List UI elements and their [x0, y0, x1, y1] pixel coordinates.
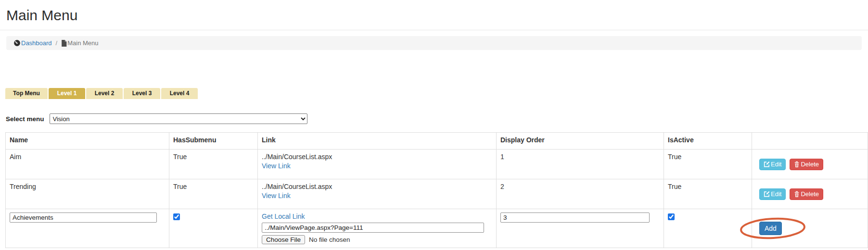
table-row: Trending True ../Main/CourseList.aspx Vi… [6, 179, 868, 209]
tab-level-4[interactable]: Level 4 [161, 88, 198, 99]
delete-button[interactable]: Delete [790, 188, 823, 200]
breadcrumb-dashboard-label: Dashboard [21, 39, 52, 47]
edit-icon [764, 191, 770, 197]
view-link[interactable]: View Link [262, 192, 492, 200]
col-header-display-order: Display Order [497, 133, 664, 150]
menu-select[interactable]: Vision [50, 113, 307, 124]
select-menu-label: Select menu [6, 115, 44, 123]
view-link[interactable]: View Link [262, 162, 492, 170]
trash-icon [794, 161, 800, 168]
get-local-link[interactable]: Get Local Link [262, 212, 305, 220]
tab-level-3[interactable]: Level 3 [124, 88, 160, 99]
cell-has-submenu: True [169, 150, 258, 179]
cell-add-has-submenu [169, 209, 258, 248]
new-link-input[interactable] [262, 223, 484, 233]
table-header-row: Name HasSubmenu Link Display Order IsAct… [6, 133, 868, 150]
page-title: Main Menu [6, 7, 868, 24]
level-tabs: Top Menu Level 1 Level 2 Level 3 Level 4 [5, 88, 868, 99]
cell-actions: Edit Delete [752, 150, 868, 179]
breadcrumb-current: Main Menu [61, 39, 98, 47]
cell-name: Aim [6, 150, 169, 179]
cell-add-display-order [497, 209, 664, 248]
breadcrumb: Dashboard / Main Menu [6, 36, 862, 50]
is-active-checkbox[interactable] [668, 213, 675, 220]
trash-icon [794, 191, 800, 198]
add-row: Get Local Link Choose File No file chose… [6, 209, 868, 248]
delete-button[interactable]: Delete [790, 159, 823, 170]
col-header-link: Link [258, 133, 497, 150]
cell-actions: Edit Delete [752, 179, 868, 209]
cell-is-active: True [664, 150, 752, 179]
cell-name: Trending [6, 179, 169, 209]
tab-top-menu[interactable]: Top Menu [5, 88, 48, 99]
cell-link: ../Main/CourseList.aspx View Link [258, 179, 497, 209]
col-header-name: Name [6, 133, 169, 150]
file-status-text: No file chosen [309, 236, 350, 243]
cell-add-is-active [664, 209, 752, 248]
link-url: ../Main/CourseList.aspx [262, 183, 492, 191]
tab-level-2[interactable]: Level 2 [86, 88, 123, 99]
new-display-order-input[interactable] [500, 212, 650, 223]
col-header-actions [752, 133, 868, 150]
add-button[interactable]: Add [759, 222, 782, 235]
cell-add-action: Add [752, 209, 868, 248]
breadcrumb-current-label: Main Menu [67, 39, 98, 47]
breadcrumb-separator: / [52, 39, 62, 47]
cell-is-active: True [664, 179, 752, 209]
dashboard-icon [13, 39, 21, 47]
edit-icon [764, 161, 770, 167]
breadcrumb-dashboard-link[interactable]: Dashboard [13, 39, 52, 47]
edit-button[interactable]: Edit [759, 159, 786, 170]
has-submenu-checkbox[interactable] [173, 213, 180, 220]
choose-file-button[interactable]: Choose File [262, 235, 305, 244]
cell-add-name [6, 209, 169, 248]
menu-filter-row: Select menu Vision [6, 113, 868, 124]
table-row: Aim True ../Main/CourseList.aspx View Li… [6, 150, 868, 179]
cell-add-link: Get Local Link Choose File No file chose… [258, 209, 497, 248]
menu-table: Name HasSubmenu Link Display Order IsAct… [5, 132, 868, 248]
col-header-hassubmenu: HasSubmenu [169, 133, 258, 150]
cell-display-order: 2 [497, 179, 664, 209]
link-url: ../Main/CourseList.aspx [262, 153, 492, 161]
page-header: Main Menu [0, 0, 868, 30]
edit-button[interactable]: Edit [759, 188, 786, 200]
cell-has-submenu: True [169, 179, 258, 209]
tab-level-1[interactable]: Level 1 [49, 88, 85, 99]
cell-link: ../Main/CourseList.aspx View Link [258, 150, 497, 179]
col-header-isactive: IsActive [664, 133, 752, 150]
new-name-input[interactable] [10, 212, 157, 223]
file-upload-control[interactable]: Choose File No file chosen [262, 235, 350, 244]
file-icon [61, 40, 67, 47]
cell-display-order: 1 [497, 150, 664, 179]
